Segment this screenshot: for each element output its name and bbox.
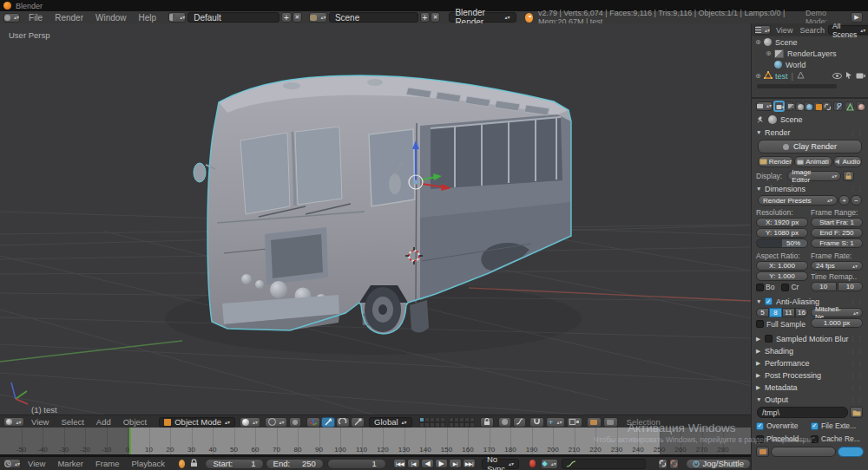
aa-filter-selector[interactable]: Mitchell-Ne...▴▾ [811,308,863,317]
frame-start-field[interactable]: Start:1 [205,459,263,469]
file-format-icon[interactable] [756,447,769,457]
file-browse-folder-icon[interactable] [850,407,863,418]
3d-viewport[interactable]: User Persp (1) test [0,23,751,415]
sync-mode-selector[interactable]: No Sync▴▾ [482,459,519,469]
play-button[interactable]: ▶ [435,459,448,468]
aa-enable-checkbox[interactable]: ✓ [765,297,773,305]
snap-magnet-toggle[interactable] [529,417,544,428]
aa-filter-size-field[interactable]: 1.000 px [811,318,863,328]
preset-add-button[interactable]: + [838,195,850,206]
tl-menu-view[interactable]: View [28,459,45,468]
tab-render-layers[interactable] [786,101,793,111]
section-shading[interactable]: ▶Shading⋮⋮ [756,345,864,356]
editor-type-selector[interactable]: ▴▾ [3,13,20,23]
clay-render-button[interactable]: Clay Render [758,140,862,153]
crop-checkbox[interactable] [781,284,789,291]
prev-keyframe-button[interactable]: |◀ [407,459,420,468]
snap-target-selector[interactable] [567,417,582,428]
layer-toggle[interactable] [470,422,475,428]
overwrite-checkbox[interactable]: ✓ [756,422,764,430]
expand-icon[interactable]: ⊕ [755,38,764,46]
manipulator-scale-button[interactable] [351,417,365,428]
scene-selector[interactable]: Scene [329,12,418,23]
tab-modifiers[interactable] [833,101,843,111]
timeline-ruler[interactable]: -50-40-30-20-100102030405060708090100110… [0,428,751,454]
v3d-menu-object[interactable]: Object [123,417,147,427]
frame-end-field[interactable]: End:250 [266,459,324,469]
snap-element-selector[interactable]: +▴▾ [546,417,565,428]
render-presets-selector[interactable]: Render Presets▴▾ [758,195,838,206]
transform-orientation-selector[interactable]: Global▴▾ [369,417,412,428]
snap-falloff-icon[interactable] [513,417,526,428]
section-post-processing[interactable]: ▶Post Processing⋮⋮ [756,369,864,381]
remap-old-field[interactable]: 10 [811,282,837,291]
smb-enable-checkbox[interactable] [765,335,773,343]
menu-render[interactable]: Render [55,13,83,23]
section-metadata[interactable]: ▶Metadata⋮⋮ [756,382,864,393]
editor-type-properties[interactable]: ▴▾ [756,101,773,111]
expand-icon[interactable]: ⊕ [766,49,774,57]
layout-icon[interactable]: ▴▾ [168,12,186,23]
color-mode-button[interactable] [838,447,864,457]
frame-start-prop[interactable]: Start Fra: 1 [811,218,863,227]
section-render[interactable]: ▼ Render ⋮⋮ [756,127,864,138]
aa-samples-11[interactable]: 11 [782,308,795,317]
tl-menu-frame[interactable]: Frame [95,459,119,468]
aa-samples-5[interactable]: 5 [756,308,769,317]
keying-set-selector[interactable]: ◆▴▾ [541,459,558,469]
play-reverse-button[interactable]: ◀ [421,459,434,468]
tl-menu-marker[interactable]: Marker [57,459,83,468]
tab-object[interactable] [813,101,821,111]
menu-file[interactable]: File [29,13,43,23]
manipulator-axis-icon[interactable] [306,417,320,428]
aa-samples-8-active[interactable]: 8 [769,308,782,317]
opengl-render-still-button[interactable] [587,417,602,428]
current-frame-line[interactable] [129,428,131,454]
v3d-menu-view[interactable]: View [31,417,49,427]
editor-type-outliner[interactable]: ▴▾ [754,25,771,35]
v3d-menu-add[interactable]: Add [96,417,111,427]
audio-button[interactable]: Audio [833,156,863,167]
frame-end-prop[interactable]: End F: 250 [811,228,863,238]
scene-add-button[interactable]: + [420,12,430,23]
cache-result-checkbox[interactable] [811,435,819,443]
aspect-x-field[interactable]: X: 1.000 [756,261,808,271]
resolution-x-field[interactable]: X: 1920 px [756,218,808,227]
lock-to-scene-icon[interactable] [480,417,494,428]
outliner-item-renderlayers[interactable]: ⊕ RenderLayers [752,48,868,59]
preset-remove-button[interactable]: − [851,195,862,206]
outliner-menu-search[interactable]: Search [799,26,825,35]
outliner-h-scrollbar[interactable] [757,84,837,88]
resolution-y-field[interactable]: Y: 1080 px [756,228,808,238]
manipulator-rotate-button[interactable] [336,417,350,428]
tab-scene[interactable] [795,101,803,111]
outliner-menu-view[interactable]: View [776,26,792,35]
jog-shuttle-button[interactable]: Jog/Shuttle [686,459,751,469]
next-keyframe-button[interactable]: ▶| [449,459,462,468]
border-checkbox[interactable] [756,284,764,291]
tab-constraints[interactable] [822,101,832,111]
layer-toggle[interactable] [440,422,445,428]
jump-to-end-button[interactable]: ▶▶| [463,459,476,468]
selectability-cursor-icon[interactable] [845,71,852,81]
opengl-render-anim-button[interactable] [603,417,618,428]
outliner-item-test[interactable]: ⊕ test | [752,70,868,82]
scene-delete-button[interactable]: ✕ [431,12,440,23]
layout-selector[interactable]: Default [187,12,279,23]
section-performance[interactable]: ▶Performance⋮⋮ [756,357,864,369]
file-format-selector[interactable] [771,447,836,457]
section-output[interactable]: ▼ Output ⋮⋮ [756,394,864,405]
render-engine-selector[interactable]: Blender Render▴▾ [449,12,516,23]
tab-world[interactable] [804,101,812,111]
resolution-percentage-slider[interactable]: 50% [756,238,808,248]
menu-window[interactable]: Window [95,13,127,23]
full-sample-checkbox[interactable] [756,320,764,328]
manipulator-translate-button[interactable] [321,417,335,428]
output-path-field[interactable]: /tmp\ [757,407,848,418]
expand-icon[interactable]: ⊕ [755,72,764,80]
remap-new-field[interactable]: 10 [838,282,864,291]
outliner-display-filter[interactable]: All Scenes▴▾ [828,25,868,35]
section-dimensions[interactable]: ▼ Dimensions ⋮⋮ [756,183,864,194]
viewport-shading-selector[interactable]: ▴▾ [240,417,260,428]
tab-render[interactable] [774,101,784,111]
